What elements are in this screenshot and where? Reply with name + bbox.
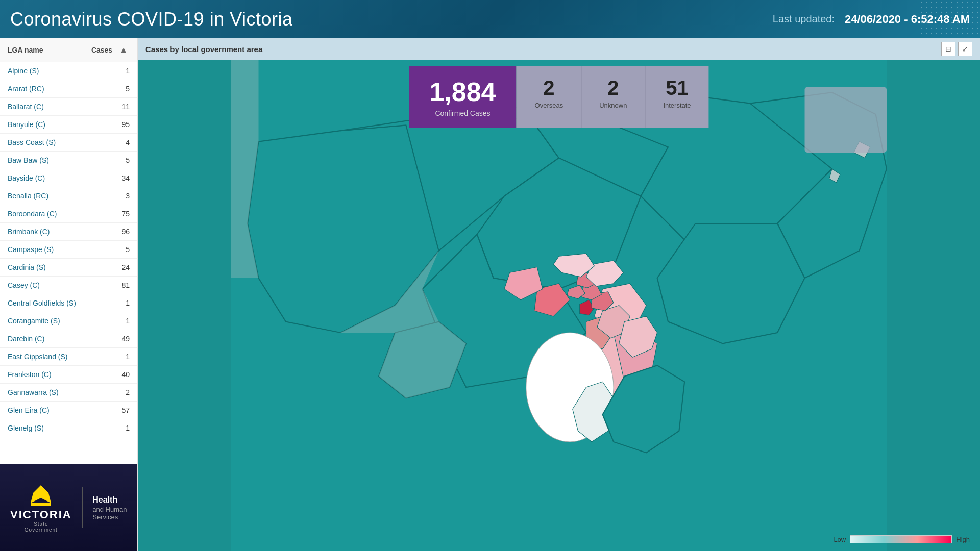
lga-count: 34 (121, 174, 130, 182)
confirmed-cases-label: Confirmed Cases (429, 109, 496, 117)
overseas-number: 2 (535, 77, 564, 99)
main-layout: LGA name Cases ▲ Alpine (S)1Ararat (RC)5… (0, 38, 980, 551)
list-item[interactable]: Frankston (C)40 (0, 366, 137, 384)
lga-name: Campaspe (S) (8, 245, 54, 254)
lga-count: 57 (121, 406, 130, 414)
list-item[interactable]: Glenelg (S)1 (0, 419, 137, 437)
health-label: Health (92, 494, 127, 506)
header: Coronavirus COVID-19 in Victoria Last up… (0, 0, 980, 38)
lga-count: 3 (126, 192, 130, 200)
lga-name: Boroondara (C) (8, 210, 57, 218)
lga-count: 75 (121, 210, 130, 218)
lga-name: Baw Baw (S) (8, 156, 49, 164)
lga-name: Ballarat (C) (8, 103, 44, 111)
page-title: Coronavirus COVID-19 in Victoria (10, 9, 773, 30)
lga-count: 11 (121, 103, 130, 111)
lga-count: 2 (126, 388, 130, 396)
list-item[interactable]: Central Goldfields (S)1 (0, 294, 137, 312)
svg-rect-1 (31, 503, 51, 506)
list-item[interactable]: Cardinia (S)24 (0, 259, 137, 277)
list-item[interactable]: Darebin (C)49 (0, 330, 137, 348)
health-services-text: Health and Human Services (92, 494, 127, 521)
lga-count: 5 (126, 245, 130, 254)
list-item[interactable]: Brimbank (C)96 (0, 223, 137, 241)
legend-low: Low (834, 536, 846, 543)
lga-name: Banyule (C) (8, 120, 45, 129)
list-item[interactable]: Corangamite (S)1 (0, 312, 137, 330)
list-item[interactable]: Boroondara (C)75 (0, 205, 137, 223)
lga-count: 1 (126, 317, 130, 325)
list-item[interactable]: Alpine (S)1 (0, 62, 137, 80)
lga-name: Corangamite (S) (8, 317, 60, 325)
unknown-number: 2 (599, 77, 627, 99)
lga-name: East Gippsland (S) (8, 353, 68, 361)
col-cases-label: Cases (91, 46, 112, 54)
list-item[interactable]: Campaspe (S)5 (0, 241, 137, 259)
victoria-crown-icon (28, 483, 54, 508)
header-decoration (919, 0, 980, 38)
lga-name: Ararat (RC) (8, 85, 44, 93)
confirmed-cases-number: 1,884 (429, 77, 496, 107)
list-item[interactable]: Ararat (RC)5 (0, 80, 137, 98)
victoria-logo: VICTORIA State Government (10, 483, 72, 533)
footer-logo: VICTORIA State Government Health and Hum… (0, 464, 137, 551)
list-item[interactable]: Casey (C)81 (0, 277, 137, 294)
lga-count: 95 (121, 120, 130, 129)
lga-count: 1 (126, 67, 130, 75)
lga-name: Alpine (S) (8, 67, 39, 75)
lga-count: 1 (126, 299, 130, 307)
logo-divider (82, 487, 83, 528)
victoria-name: VICTORIA (10, 508, 72, 521)
list-item[interactable]: Benalla (RC)3 (0, 187, 137, 205)
lga-name: Gannawarra (S) (8, 388, 59, 396)
list-item[interactable]: East Gippsland (S)1 (0, 348, 137, 366)
services-label: and Human Services (92, 506, 127, 521)
lga-name: Darebin (C) (8, 335, 44, 343)
list-item[interactable]: Bass Coast (S)4 (0, 134, 137, 152)
col-lga-label: LGA name (8, 46, 43, 54)
list-item[interactable]: Ballarat (C)11 (0, 98, 137, 116)
lga-count: 1 (126, 353, 130, 361)
map-title: Cases by local government area (145, 45, 262, 54)
map-svg (138, 60, 980, 551)
victoria-state: State (34, 521, 48, 527)
filter-button[interactable]: ⊟ (941, 42, 955, 56)
unknown-label: Unknown (599, 102, 627, 109)
lga-count: 4 (126, 138, 130, 146)
expand-button[interactable]: ⤢ (958, 42, 972, 56)
lga-count: 81 (121, 281, 130, 289)
interstate-number: 51 (663, 77, 691, 99)
scroll-up-button[interactable]: ▲ (117, 44, 130, 56)
lga-list: Alpine (S)1Ararat (RC)5Ballarat (C)11Ban… (0, 62, 137, 464)
lga-name: Central Goldfields (S) (8, 299, 76, 307)
lga-name: Glenelg (S) (8, 424, 44, 432)
overseas-label: Overseas (535, 102, 564, 109)
lga-name: Bayside (C) (8, 174, 45, 182)
svg-marker-0 (31, 485, 51, 503)
interstate-label: Interstate (663, 102, 691, 109)
lga-count: 24 (121, 263, 130, 271)
lga-count: 96 (121, 228, 130, 236)
list-item[interactable]: Banyule (C)95 (0, 116, 137, 134)
list-item[interactable]: Glen Eira (C)57 (0, 402, 137, 419)
secondary-stats: 2 Overseas 2 Unknown 51 Interstate (517, 66, 709, 128)
list-item[interactable]: Gannawarra (S)2 (0, 384, 137, 402)
lga-name: Cardinia (S) (8, 263, 46, 271)
lga-name: Glen Eira (C) (8, 406, 50, 414)
lga-name: Casey (C) (8, 281, 40, 289)
sidebar: LGA name Cases ▲ Alpine (S)1Ararat (RC)5… (0, 38, 138, 551)
lga-name: Brimbank (C) (8, 228, 50, 236)
svg-rect-33 (805, 87, 887, 153)
stats-overlay: 1,884 Confirmed Cases 2 Overseas 2 Unkno… (409, 66, 708, 128)
lga-name: Benalla (RC) (8, 192, 48, 200)
list-item[interactable]: Bayside (C)34 (0, 169, 137, 187)
overseas-stat: 2 Overseas (517, 66, 581, 128)
list-item[interactable]: Baw Baw (S)5 (0, 152, 137, 169)
victoria-government: Government (24, 527, 58, 533)
map-toolbar: ⊟ ⤢ (941, 42, 972, 56)
lga-count: 5 (126, 85, 130, 93)
interstate-stat: 51 Interstate (645, 66, 708, 128)
legend-high: High (956, 536, 970, 543)
legend-gradient (850, 535, 952, 543)
lga-name: Bass Coast (S) (8, 138, 56, 146)
